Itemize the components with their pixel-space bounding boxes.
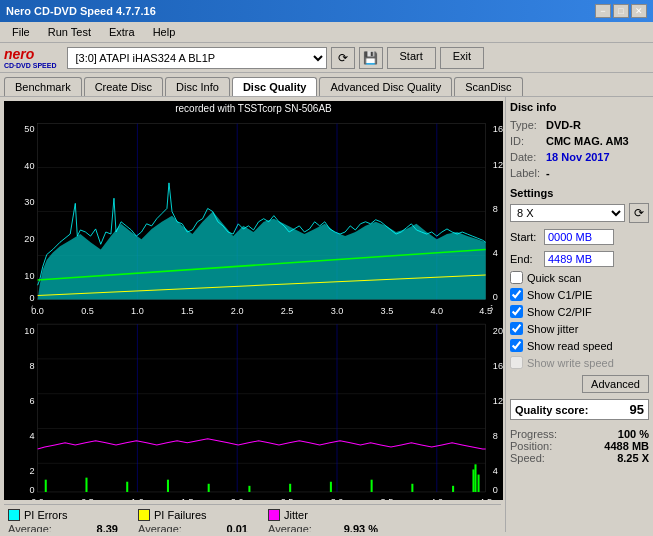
pi-failures-avg-label: Average: <box>138 523 182 532</box>
chart-area: recorded with TSSTcorp SN-506AB 50 40 30… <box>4 101 503 500</box>
svg-rect-71 <box>248 486 250 492</box>
speed-refresh-button[interactable]: ⟳ <box>629 203 649 223</box>
progress-section: Progress: 100 % Position: 4488 MB Speed:… <box>510 428 649 464</box>
exit-button[interactable]: Exit <box>440 47 484 69</box>
svg-text:12: 12 <box>493 160 503 170</box>
svg-text:2: 2 <box>29 466 34 476</box>
speed-value: 8.25 X <box>617 452 649 464</box>
quality-score-label: Quality score: <box>515 404 588 416</box>
svg-rect-74 <box>371 480 373 492</box>
tab-disc-info[interactable]: Disc Info <box>165 77 230 96</box>
legend-jitter: Jitter Average: 9.93 % Maximum: 14.7 % P… <box>268 509 378 532</box>
maximize-button[interactable]: □ <box>613 4 629 18</box>
date-label: Date: <box>510 151 542 163</box>
tab-create-disc[interactable]: Create Disc <box>84 77 163 96</box>
type-label: Type: <box>510 119 542 131</box>
svg-rect-57 <box>38 324 486 492</box>
charts-svg: 50 40 30 20 10 0 16 12 8 4 0 <box>4 101 503 500</box>
svg-text:10: 10 <box>24 271 34 281</box>
svg-text:0.0: 0.0 <box>31 497 44 500</box>
jitter-avg-label: Average: <box>268 523 312 532</box>
svg-text:4: 4 <box>493 248 498 258</box>
show-jitter-checkbox[interactable] <box>510 322 523 335</box>
chart-title: recorded with TSSTcorp SN-506AB <box>4 103 503 114</box>
svg-text:3.0: 3.0 <box>331 497 344 500</box>
tab-scan-disc[interactable]: ScanDisc <box>454 77 522 96</box>
svg-rect-72 <box>289 484 291 492</box>
drive-select[interactable]: [3:0] ATAPI iHAS324 A BL1P <box>67 47 327 69</box>
svg-rect-78 <box>474 464 476 492</box>
show-read-speed-row: Show read speed <box>510 339 649 352</box>
svg-rect-68 <box>126 482 128 492</box>
svg-rect-70 <box>208 484 210 492</box>
svg-text:0.5: 0.5 <box>81 306 94 316</box>
svg-text:4.5: 4.5 <box>479 497 492 500</box>
disc-label-row: Label: - <box>510 167 649 179</box>
show-write-speed-row: Show write speed <box>510 356 649 369</box>
svg-rect-76 <box>452 486 454 492</box>
menu-run-test[interactable]: Run Test <box>40 24 99 40</box>
refresh-drive-button[interactable]: ⟳ <box>331 47 355 69</box>
svg-rect-34 <box>33 302 491 317</box>
disc-label-label: Label: <box>510 167 542 179</box>
end-mb-input[interactable] <box>544 251 614 267</box>
svg-rect-66 <box>45 480 47 492</box>
svg-rect-79 <box>478 475 480 492</box>
svg-text:8: 8 <box>29 361 34 371</box>
tab-benchmark[interactable]: Benchmark <box>4 77 82 96</box>
pi-failures-avg-value: 0.01 <box>227 523 248 532</box>
jitter-avg-value: 9.93 % <box>344 523 378 532</box>
id-row: ID: CMC MAG. AM3 <box>510 135 649 147</box>
tab-advanced-disc-quality[interactable]: Advanced Disc Quality <box>319 77 452 96</box>
svg-text:16: 16 <box>493 124 503 134</box>
svg-text:0: 0 <box>29 293 34 303</box>
svg-text:20: 20 <box>24 234 34 244</box>
position-row: Position: 4488 MB <box>510 440 649 452</box>
svg-rect-75 <box>411 484 413 492</box>
quality-score-row: Quality score: 95 <box>510 399 649 420</box>
svg-text:3.0: 3.0 <box>331 306 344 316</box>
svg-text:4.0: 4.0 <box>430 306 443 316</box>
quick-scan-row: Quick scan <box>510 271 649 284</box>
progress-label: Progress: <box>510 428 557 440</box>
svg-text:2.5: 2.5 <box>281 306 294 316</box>
show-write-speed-checkbox[interactable] <box>510 356 523 369</box>
title-bar: Nero CD-DVD Speed 4.7.7.16 − □ ✕ <box>0 0 653 22</box>
tab-disc-quality[interactable]: Disc Quality <box>232 77 318 96</box>
speed-progress-row: Speed: 8.25 X <box>510 452 649 464</box>
menu-help[interactable]: Help <box>145 24 184 40</box>
svg-text:1.5: 1.5 <box>181 497 194 500</box>
disc-info-title: Disc info <box>510 101 649 113</box>
svg-text:50: 50 <box>24 124 34 134</box>
svg-text:0: 0 <box>493 292 498 302</box>
close-button[interactable]: ✕ <box>631 4 647 18</box>
advanced-button[interactable]: Advanced <box>582 375 649 393</box>
save-button[interactable]: 💾 <box>359 47 383 69</box>
nero-logo: nero CD·DVD SPEED <box>4 46 57 69</box>
svg-text:3.5: 3.5 <box>381 306 394 316</box>
svg-rect-73 <box>330 482 332 492</box>
end-mb-label: End: <box>510 253 540 265</box>
svg-text:8: 8 <box>493 431 498 441</box>
show-c1pie-checkbox[interactable] <box>510 288 523 301</box>
quick-scan-checkbox[interactable] <box>510 271 523 284</box>
type-row: Type: DVD-R <box>510 119 649 131</box>
toolbar: nero CD·DVD SPEED [3:0] ATAPI iHAS324 A … <box>0 43 653 73</box>
svg-text:4.5: 4.5 <box>479 306 492 316</box>
menu-file[interactable]: File <box>4 24 38 40</box>
svg-text:1.0: 1.0 <box>131 306 144 316</box>
svg-rect-77 <box>472 469 474 492</box>
show-c1pie-row: Show C1/PIE <box>510 288 649 301</box>
svg-text:1.0: 1.0 <box>131 497 144 500</box>
minimize-button[interactable]: − <box>595 4 611 18</box>
svg-text:4: 4 <box>29 431 34 441</box>
show-read-speed-checkbox[interactable] <box>510 339 523 352</box>
tabs-bar: Benchmark Create Disc Disc Info Disc Qua… <box>0 73 653 96</box>
start-mb-input[interactable] <box>544 229 614 245</box>
speed-select[interactable]: 8 X <box>510 204 625 222</box>
start-button[interactable]: Start <box>387 47 436 69</box>
svg-text:3.5: 3.5 <box>381 497 394 500</box>
type-value: DVD-R <box>546 119 581 131</box>
show-c2pif-checkbox[interactable] <box>510 305 523 318</box>
menu-extra[interactable]: Extra <box>101 24 143 40</box>
